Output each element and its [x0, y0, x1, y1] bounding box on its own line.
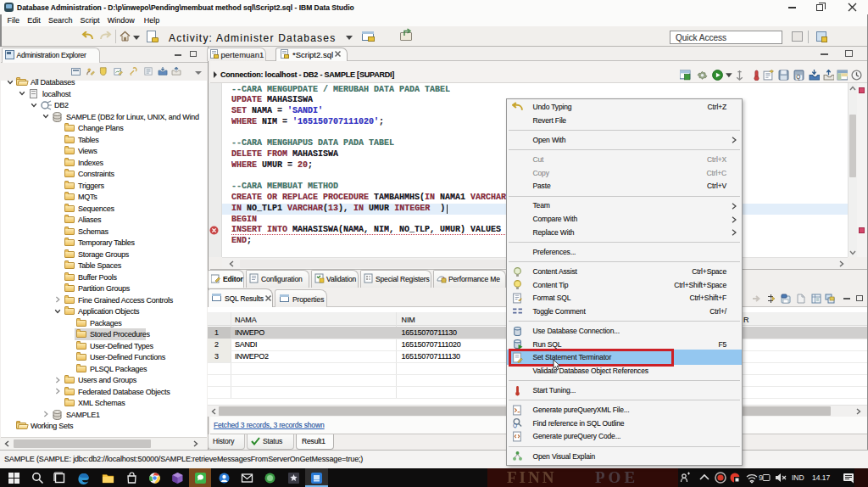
svg-text:Q: Q	[513, 423, 517, 429]
svg-text:9: 9	[759, 473, 763, 482]
svg-text:Q: Q	[796, 74, 800, 81]
